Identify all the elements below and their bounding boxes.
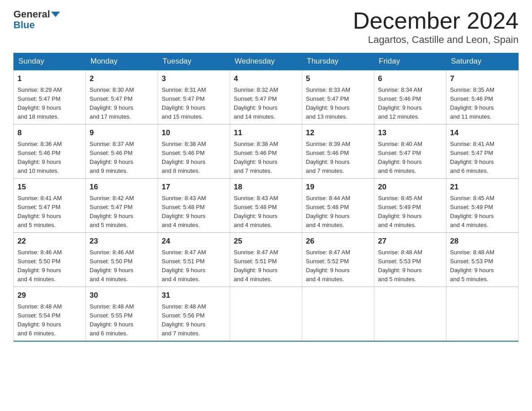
calendar-cell: 24Sunrise: 8:47 AMSunset: 5:51 PMDayligh… <box>158 233 230 287</box>
day-number: 21 <box>450 181 515 193</box>
calendar-cell: 9Sunrise: 8:37 AMSunset: 5:46 PMDaylight… <box>86 124 158 179</box>
cell-content: Sunrise: 8:35 AMSunset: 5:46 PMDaylight:… <box>450 86 515 122</box>
weekday-header-friday: Friday <box>374 53 446 70</box>
cell-content: Sunrise: 8:47 AMSunset: 5:51 PMDaylight:… <box>162 248 226 284</box>
day-number: 1 <box>17 73 82 85</box>
calendar-header-row: SundayMondayTuesdayWednesdayThursdayFrid… <box>14 53 519 70</box>
calendar-cell <box>230 287 302 342</box>
calendar-cell: 31Sunrise: 8:48 AMSunset: 5:56 PMDayligh… <box>158 287 230 342</box>
calendar-cell: 20Sunrise: 8:45 AMSunset: 5:49 PMDayligh… <box>374 179 446 233</box>
day-number: 5 <box>306 73 370 85</box>
day-number: 15 <box>17 181 82 193</box>
calendar-cell: 3Sunrise: 8:31 AMSunset: 5:47 PMDaylight… <box>158 70 230 124</box>
calendar-cell: 6Sunrise: 8:34 AMSunset: 5:46 PMDaylight… <box>374 70 446 124</box>
cell-content: Sunrise: 8:29 AMSunset: 5:47 PMDaylight:… <box>17 86 82 122</box>
weekday-header-sunday: Sunday <box>14 53 86 70</box>
day-number: 31 <box>162 290 226 301</box>
cell-content: Sunrise: 8:46 AMSunset: 5:50 PMDaylight:… <box>17 248 82 284</box>
weekday-header-tuesday: Tuesday <box>158 53 230 70</box>
calendar-week-row: 22Sunrise: 8:46 AMSunset: 5:50 PMDayligh… <box>14 233 519 287</box>
cell-content: Sunrise: 8:48 AMSunset: 5:56 PMDaylight:… <box>162 302 226 338</box>
day-number: 11 <box>234 127 298 139</box>
location-subtitle: Lagartos, Castille and Leon, Spain <box>353 34 519 46</box>
calendar-week-row: 8Sunrise: 8:36 AMSunset: 5:46 PMDaylight… <box>14 124 519 179</box>
cell-content: Sunrise: 8:30 AMSunset: 5:47 PMDaylight:… <box>90 86 154 122</box>
cell-content: Sunrise: 8:41 AMSunset: 5:47 PMDaylight:… <box>450 140 515 176</box>
calendar-cell: 14Sunrise: 8:41 AMSunset: 5:47 PMDayligh… <box>446 124 519 179</box>
cell-content: Sunrise: 8:45 AMSunset: 5:49 PMDaylight:… <box>378 194 442 230</box>
calendar-cell: 28Sunrise: 8:48 AMSunset: 5:53 PMDayligh… <box>446 233 519 287</box>
day-number: 14 <box>450 127 515 139</box>
calendar-cell: 25Sunrise: 8:47 AMSunset: 5:51 PMDayligh… <box>230 233 302 287</box>
cell-content: Sunrise: 8:38 AMSunset: 5:46 PMDaylight:… <box>234 140 298 176</box>
cell-content: Sunrise: 8:48 AMSunset: 5:55 PMDaylight:… <box>90 302 154 338</box>
day-number: 3 <box>162 73 226 85</box>
weekday-header-thursday: Thursday <box>302 53 374 70</box>
calendar-cell: 29Sunrise: 8:48 AMSunset: 5:54 PMDayligh… <box>14 287 86 342</box>
day-number: 24 <box>162 235 226 247</box>
cell-content: Sunrise: 8:46 AMSunset: 5:50 PMDaylight:… <box>90 248 154 284</box>
calendar-cell: 27Sunrise: 8:48 AMSunset: 5:53 PMDayligh… <box>374 233 446 287</box>
day-number: 19 <box>306 181 370 193</box>
page-header: General Blue December 2024 Lagartos, Cas… <box>13 9 519 46</box>
calendar-cell: 19Sunrise: 8:44 AMSunset: 5:48 PMDayligh… <box>302 179 374 233</box>
cell-content: Sunrise: 8:33 AMSunset: 5:47 PMDaylight:… <box>306 86 370 122</box>
cell-content: Sunrise: 8:44 AMSunset: 5:48 PMDaylight:… <box>306 194 370 230</box>
calendar-cell: 21Sunrise: 8:45 AMSunset: 5:49 PMDayligh… <box>446 179 519 233</box>
day-number: 28 <box>450 235 515 247</box>
weekday-header-saturday: Saturday <box>446 53 519 70</box>
cell-content: Sunrise: 8:48 AMSunset: 5:54 PMDaylight:… <box>17 302 82 338</box>
cell-content: Sunrise: 8:42 AMSunset: 5:47 PMDaylight:… <box>90 194 154 230</box>
calendar-cell <box>374 287 446 342</box>
cell-content: Sunrise: 8:32 AMSunset: 5:47 PMDaylight:… <box>234 86 298 122</box>
weekday-header-monday: Monday <box>86 53 158 70</box>
logo-triangle-icon <box>51 12 60 17</box>
day-number: 13 <box>378 127 442 139</box>
calendar-cell: 15Sunrise: 8:41 AMSunset: 5:47 PMDayligh… <box>14 179 86 233</box>
day-number: 25 <box>234 235 298 247</box>
calendar-cell <box>446 287 519 342</box>
day-number: 17 <box>162 181 226 193</box>
cell-content: Sunrise: 8:41 AMSunset: 5:47 PMDaylight:… <box>17 194 82 230</box>
day-number: 18 <box>234 181 298 193</box>
cell-content: Sunrise: 8:31 AMSunset: 5:47 PMDaylight:… <box>162 86 226 122</box>
cell-content: Sunrise: 8:34 AMSunset: 5:46 PMDaylight:… <box>378 86 442 122</box>
calendar-week-row: 15Sunrise: 8:41 AMSunset: 5:47 PMDayligh… <box>14 179 519 233</box>
weekday-header-wednesday: Wednesday <box>230 53 302 70</box>
day-number: 30 <box>90 290 154 301</box>
calendar-week-row: 1Sunrise: 8:29 AMSunset: 5:47 PMDaylight… <box>14 70 519 124</box>
cell-content: Sunrise: 8:47 AMSunset: 5:51 PMDaylight:… <box>234 248 298 284</box>
calendar-cell: 10Sunrise: 8:38 AMSunset: 5:46 PMDayligh… <box>158 124 230 179</box>
day-number: 9 <box>90 127 154 139</box>
calendar-cell: 23Sunrise: 8:46 AMSunset: 5:50 PMDayligh… <box>86 233 158 287</box>
day-number: 7 <box>450 73 515 85</box>
calendar-cell: 2Sunrise: 8:30 AMSunset: 5:47 PMDaylight… <box>86 70 158 124</box>
cell-content: Sunrise: 8:43 AMSunset: 5:48 PMDaylight:… <box>234 194 298 230</box>
cell-content: Sunrise: 8:43 AMSunset: 5:48 PMDaylight:… <box>162 194 226 230</box>
title-block: December 2024 Lagartos, Castille and Leo… <box>353 9 519 46</box>
calendar-table: SundayMondayTuesdayWednesdayThursdayFrid… <box>13 53 519 342</box>
cell-content: Sunrise: 8:48 AMSunset: 5:53 PMDaylight:… <box>450 248 515 284</box>
calendar-cell: 16Sunrise: 8:42 AMSunset: 5:47 PMDayligh… <box>86 179 158 233</box>
calendar-cell: 26Sunrise: 8:47 AMSunset: 5:52 PMDayligh… <box>302 233 374 287</box>
day-number: 29 <box>17 290 82 301</box>
calendar-week-row: 29Sunrise: 8:48 AMSunset: 5:54 PMDayligh… <box>14 287 519 342</box>
cell-content: Sunrise: 8:45 AMSunset: 5:49 PMDaylight:… <box>450 194 515 230</box>
calendar-cell: 13Sunrise: 8:40 AMSunset: 5:47 PMDayligh… <box>374 124 446 179</box>
calendar-cell <box>302 287 374 342</box>
calendar-cell: 22Sunrise: 8:46 AMSunset: 5:50 PMDayligh… <box>14 233 86 287</box>
calendar-cell: 18Sunrise: 8:43 AMSunset: 5:48 PMDayligh… <box>230 179 302 233</box>
day-number: 6 <box>378 73 442 85</box>
calendar-cell: 17Sunrise: 8:43 AMSunset: 5:48 PMDayligh… <box>158 179 230 233</box>
cell-content: Sunrise: 8:40 AMSunset: 5:47 PMDaylight:… <box>378 140 442 176</box>
calendar-cell: 30Sunrise: 8:48 AMSunset: 5:55 PMDayligh… <box>86 287 158 342</box>
cell-content: Sunrise: 8:38 AMSunset: 5:46 PMDaylight:… <box>162 140 226 176</box>
logo-blue-text: Blue <box>13 20 35 30</box>
day-number: 22 <box>17 235 82 247</box>
logo-general-text: General <box>13 9 50 20</box>
calendar-cell: 4Sunrise: 8:32 AMSunset: 5:47 PMDaylight… <box>230 70 302 124</box>
day-number: 16 <box>90 181 154 193</box>
day-number: 12 <box>306 127 370 139</box>
calendar-cell: 7Sunrise: 8:35 AMSunset: 5:46 PMDaylight… <box>446 70 519 124</box>
cell-content: Sunrise: 8:36 AMSunset: 5:46 PMDaylight:… <box>17 140 82 176</box>
